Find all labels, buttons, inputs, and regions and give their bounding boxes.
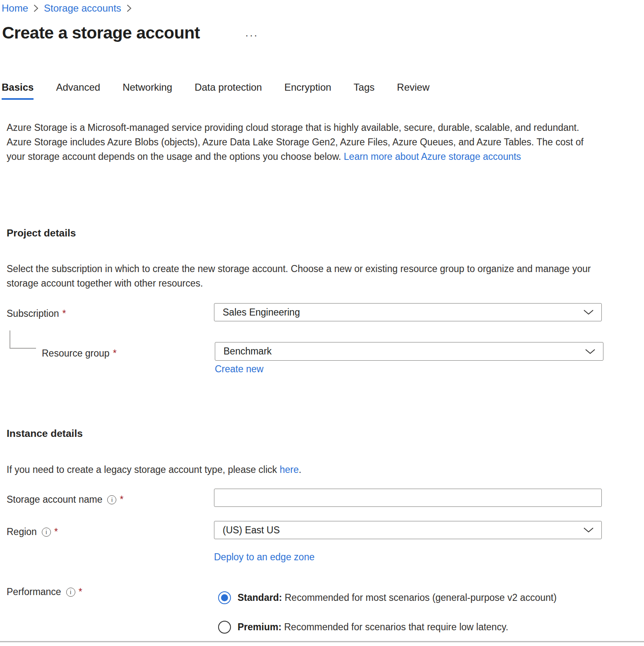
tab-encryption[interactable]: Encryption [284, 82, 331, 100]
required-marker: * [79, 586, 82, 598]
region-label-text: Region [7, 526, 37, 538]
breadcrumb: Home Storage accounts [2, 2, 137, 14]
subscription-dropdown[interactable]: Sales Engineering [214, 303, 602, 321]
resource-group-connector [10, 330, 36, 349]
resource-group-label-text: Resource group [42, 348, 110, 359]
tab-tags[interactable]: Tags [353, 82, 375, 100]
required-marker: * [62, 308, 66, 319]
chevron-down-icon [585, 349, 596, 354]
legacy-text-after: . [299, 464, 301, 475]
legacy-account-text: If you need to create a legacy storage a… [7, 463, 602, 477]
storage-account-name-input[interactable] [214, 489, 602, 507]
wizard-tabs: Basics Advanced Networking Data protecti… [2, 82, 452, 100]
radio-button[interactable] [218, 621, 231, 634]
storage-account-name-label-text: Storage account name [7, 494, 102, 505]
chevron-right-icon [126, 4, 132, 13]
option-bold-text: Premium: [238, 622, 281, 632]
required-marker: * [120, 494, 123, 505]
tab-basics[interactable]: Basics [2, 82, 34, 100]
tab-networking[interactable]: Networking [123, 82, 172, 100]
info-icon[interactable]: i [66, 588, 75, 597]
resource-group-label: Resource group * [42, 348, 117, 359]
chevron-right-icon [33, 4, 39, 13]
chevron-down-icon [583, 309, 594, 315]
radio-button[interactable] [218, 591, 231, 604]
learn-more-link[interactable]: Learn more about Azure storage accounts [344, 151, 521, 162]
more-menu-icon[interactable]: ··· [245, 30, 258, 41]
legacy-text-before: If you need to create a legacy storage a… [7, 464, 280, 475]
option-rest-text: Recommended for most scenarios (general-… [282, 592, 557, 603]
performance-label-text: Performance [7, 586, 61, 598]
radio-dot [221, 594, 228, 601]
resource-group-dropdown[interactable]: Benchmark [215, 342, 603, 361]
performance-label: Performance i * [7, 586, 82, 598]
option-bold-text: Standard: [238, 592, 282, 603]
performance-standard-radio[interactable]: Standard: Recommended for most scenarios… [218, 591, 557, 604]
region-label: Region i * [7, 526, 58, 538]
create-new-link[interactable]: Create new [215, 364, 264, 375]
tab-review[interactable]: Review [397, 82, 430, 100]
tab-advanced[interactable]: Advanced [56, 82, 100, 100]
subscription-label: Subscription * [7, 308, 66, 319]
performance-premium-radio[interactable]: Premium: Recommended for scenarios that … [218, 621, 508, 634]
subscription-label-text: Subscription [7, 308, 59, 319]
required-marker: * [113, 348, 117, 359]
deploy-edge-zone-link[interactable]: Deploy to an edge zone [214, 552, 315, 563]
region-value: (US) East US [223, 525, 280, 536]
subscription-value: Sales Engineering [223, 307, 300, 318]
performance-standard-label: Standard: Recommended for most scenarios… [238, 592, 557, 603]
tab-data-protection[interactable]: Data protection [195, 82, 262, 100]
project-details-heading: Project details [7, 227, 76, 239]
performance-premium-label: Premium: Recommended for scenarios that … [238, 622, 508, 633]
info-icon[interactable]: i [42, 528, 51, 537]
instance-details-heading: Instance details [7, 428, 83, 439]
storage-account-name-label: Storage account name i * [7, 494, 123, 505]
region-dropdown[interactable]: (US) East US [214, 521, 602, 539]
chevron-down-icon [583, 527, 594, 533]
breadcrumb-link-storage-accounts[interactable]: Storage accounts [44, 2, 121, 14]
breadcrumb-link-home[interactable]: Home [2, 2, 28, 14]
required-marker: * [54, 526, 58, 538]
info-icon[interactable]: i [107, 495, 116, 504]
project-details-description: Select the subscription in which to crea… [7, 262, 602, 291]
bottom-divider [0, 641, 644, 642]
intro-paragraph: Azure Storage is a Microsoft-managed ser… [7, 121, 603, 164]
resource-group-value: Benchmark [223, 346, 272, 357]
page-title: Create a storage account [2, 23, 200, 43]
legacy-here-link[interactable]: here [280, 464, 299, 475]
option-rest-text: Recommended for scenarios that require l… [281, 622, 508, 632]
